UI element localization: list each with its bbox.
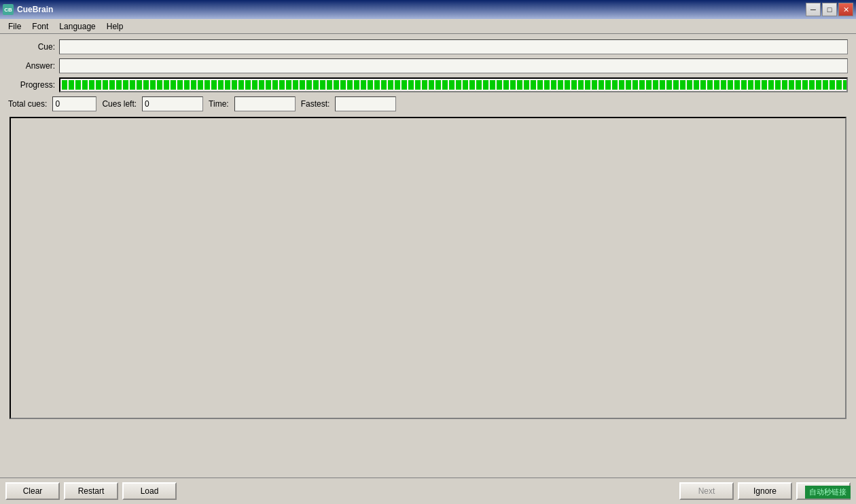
- progress-segment: [673, 80, 679, 90]
- progress-segment: [544, 80, 550, 90]
- progress-segment: [612, 80, 618, 90]
- progress-segment: [293, 80, 298, 90]
- cue-input[interactable]: [59, 39, 848, 54]
- title-bar-buttons: ─ □ ✕: [806, 3, 853, 16]
- bottom-bar: Clear Restart Load Next Ignore Close: [0, 478, 856, 504]
- menu-file[interactable]: File: [3, 20, 26, 33]
- clear-button[interactable]: Clear: [5, 482, 60, 500]
- progress-segment: [687, 80, 692, 90]
- progress-segment: [123, 80, 128, 90]
- progress-segment: [164, 80, 169, 90]
- progress-segment: [755, 80, 760, 90]
- progress-segment: [137, 80, 142, 90]
- total-cues-input[interactable]: [52, 96, 96, 111]
- progress-segment: [313, 80, 319, 90]
- progress-segment: [510, 80, 516, 90]
- progress-segment: [245, 80, 251, 90]
- maximize-button[interactable]: □: [822, 3, 837, 16]
- progress-segment: [741, 80, 747, 90]
- progress-segment: [653, 80, 658, 90]
- progress-segment: [143, 80, 149, 90]
- main-content: Cue: Answer: Progress: Total cues: Cues …: [0, 34, 856, 430]
- progress-segment: [565, 80, 570, 90]
- progress-segment: [327, 80, 332, 90]
- progress-segment: [497, 80, 502, 90]
- progress-segment: [340, 80, 346, 90]
- next-button[interactable]: Next: [679, 482, 734, 500]
- progress-segment: [476, 80, 482, 90]
- progress-segment: [449, 80, 454, 90]
- progress-segment: [347, 80, 353, 90]
- cue-label: Cue:: [8, 42, 59, 52]
- fastest-input[interactable]: [335, 96, 396, 111]
- progress-segment: [463, 80, 468, 90]
- progress-segment: [374, 80, 380, 90]
- progress-segment: [503, 80, 509, 90]
- progress-segment: [435, 80, 441, 90]
- progress-segment: [286, 80, 291, 90]
- menu-language[interactable]: Language: [54, 20, 101, 33]
- progress-segment: [62, 80, 67, 90]
- cues-left-input[interactable]: [142, 96, 203, 111]
- progress-segment: [748, 80, 753, 90]
- progress-segment: [300, 80, 305, 90]
- progress-segment: [632, 80, 638, 90]
- progress-segment: [395, 80, 400, 90]
- progress-segment: [823, 80, 828, 90]
- progress-segment: [130, 80, 135, 90]
- load-button[interactable]: Load: [122, 482, 177, 500]
- progress-segment: [768, 80, 774, 90]
- app-icon: CB: [3, 4, 14, 15]
- progress-segment: [96, 80, 101, 90]
- progress-segment: [646, 80, 652, 90]
- progress-segment: [157, 80, 162, 90]
- progress-segment: [171, 80, 176, 90]
- progress-segment: [388, 80, 393, 90]
- progress-segment: [469, 80, 475, 90]
- progress-label: Progress:: [8, 80, 59, 90]
- progress-segment: [700, 80, 706, 90]
- time-input[interactable]: [234, 96, 296, 111]
- progress-segment: [422, 80, 427, 90]
- close-window-button[interactable]: ✕: [838, 3, 853, 16]
- progress-segment: [429, 80, 434, 90]
- answer-input[interactable]: [59, 58, 848, 73]
- window-title: CueBrain: [17, 5, 53, 14]
- answer-row: Answer:: [8, 58, 848, 73]
- menu-font[interactable]: Font: [26, 20, 54, 33]
- progress-segment: [728, 80, 733, 90]
- progress-segment: [660, 80, 665, 90]
- stats-row: Total cues: Cues left: Time: Fastest:: [8, 96, 848, 111]
- progress-segment: [218, 80, 224, 90]
- progress-segment: [361, 80, 366, 90]
- progress-segment: [571, 80, 577, 90]
- progress-segment: [639, 80, 645, 90]
- cues-left-label: Cues left:: [102, 99, 137, 109]
- progress-segment: [551, 80, 556, 90]
- progress-segment: [116, 80, 122, 90]
- progress-segment: [150, 80, 156, 90]
- progress-segment: [177, 80, 183, 90]
- minimize-button[interactable]: ─: [806, 3, 821, 16]
- progress-segment: [789, 80, 794, 90]
- title-bar-left: CB CueBrain: [3, 4, 53, 15]
- progress-segment: [721, 80, 726, 90]
- display-area: [10, 117, 846, 419]
- progress-segment: [599, 80, 604, 90]
- progress-segment: [843, 80, 848, 90]
- progress-segment: [796, 80, 801, 90]
- progress-segment: [225, 80, 230, 90]
- menu-help[interactable]: Help: [101, 20, 129, 33]
- progress-segment: [259, 80, 264, 90]
- progress-segment: [830, 80, 835, 90]
- progress-segment: [626, 80, 631, 90]
- progress-row: Progress:: [8, 77, 848, 92]
- restart-button[interactable]: Restart: [64, 482, 118, 500]
- progress-segment: [75, 80, 81, 90]
- progress-bar: [59, 77, 848, 92]
- progress-segment: [707, 80, 713, 90]
- title-bar: CB CueBrain ─ □ ✕: [0, 0, 856, 19]
- ignore-button[interactable]: Ignore: [738, 482, 792, 500]
- progress-segment: [714, 80, 719, 90]
- total-cues-label: Total cues:: [8, 99, 47, 109]
